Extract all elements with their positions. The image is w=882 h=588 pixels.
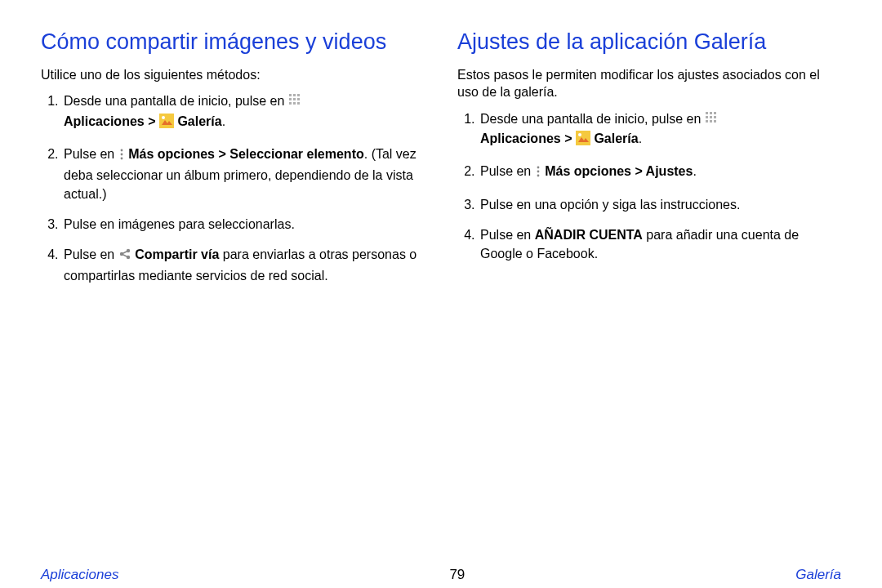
text: Pulse en (64, 247, 118, 261)
page-body: Cómo compartir imágenes y videos Utilice… (0, 0, 882, 555)
svg-rect-23 (706, 116, 708, 118)
text-bold: Compartir vía (135, 247, 219, 261)
svg-rect-26 (706, 120, 708, 122)
svg-point-34 (537, 175, 539, 177)
svg-point-14 (120, 157, 122, 159)
text-bold: Más opciones > Ajustes (545, 164, 693, 178)
text: . (222, 114, 225, 128)
svg-rect-6 (289, 102, 292, 105)
left-step-1: Desde una pantalla de inicio, pulse en A… (62, 91, 425, 132)
text: Pulse en (480, 228, 535, 242)
text-bold: Galería (177, 114, 221, 128)
page-footer: Aplicaciones 79 Galería (0, 562, 882, 588)
text-bold: AÑADIR CUENTA (535, 228, 643, 242)
text-bold: Más opciones > Seleccionar elemento (128, 147, 364, 161)
gallery-icon (576, 131, 590, 150)
svg-rect-27 (710, 120, 712, 122)
svg-rect-7 (293, 102, 296, 105)
svg-rect-2 (297, 94, 300, 96)
page-number: 79 (449, 567, 465, 583)
text: . (693, 164, 696, 178)
svg-rect-9 (159, 114, 174, 128)
left-step-4: Pulse en Compartir vía para enviarlas a … (62, 245, 425, 284)
right-step-4: Pulse en AÑADIR CUENTA para añadir una c… (479, 225, 841, 263)
more-options-icon (118, 147, 125, 166)
footer-left: Aplicaciones (41, 567, 118, 583)
text-bold: Galería (594, 131, 638, 145)
svg-point-13 (120, 153, 122, 155)
svg-point-31 (578, 133, 581, 136)
share-icon (118, 247, 131, 265)
text: Desde una pantalla de inicio, pulse en (64, 94, 288, 108)
heading-share: Cómo compartir imágenes y videos (41, 29, 425, 56)
right-step-3: Pulse en una opción y siga las instrucci… (479, 195, 841, 214)
svg-rect-20 (706, 112, 708, 114)
left-column: Cómo compartir imágenes y videos Utilice… (41, 29, 425, 555)
svg-rect-0 (289, 94, 292, 96)
intro-right: Estos pasos le permiten modificar los aj… (457, 66, 841, 101)
heading-settings: Ajustes de la aplicación Galería (457, 29, 841, 56)
svg-line-18 (122, 251, 128, 254)
right-step-1: Desde una pantalla de inicio, pulse en A… (479, 109, 841, 150)
svg-rect-4 (293, 98, 296, 100)
svg-rect-22 (714, 112, 716, 114)
apps-grid-icon (705, 110, 718, 129)
svg-rect-3 (289, 98, 292, 100)
left-step-2: Pulse en Más opciones > Seleccionar elem… (62, 145, 425, 204)
svg-rect-21 (710, 112, 712, 114)
text: Pulse en (64, 147, 118, 161)
svg-rect-1 (293, 94, 296, 96)
right-step-2: Pulse en Más opciones > Ajustes. (479, 162, 841, 183)
right-column: Ajustes de la aplicación Galería Estos p… (457, 29, 841, 555)
text: Pulse en (480, 164, 535, 178)
intro-left: Utilice uno de los siguientes métodos: (41, 66, 425, 84)
left-step-3: Pulse en imágenes para seleccionarlas. (62, 215, 425, 234)
svg-rect-28 (714, 120, 716, 122)
svg-rect-25 (714, 116, 716, 118)
more-options-icon (535, 164, 541, 183)
footer-right: Galería (795, 567, 841, 583)
svg-line-19 (122, 254, 128, 257)
svg-rect-8 (297, 102, 300, 105)
svg-point-11 (162, 116, 165, 119)
apps-grid-icon (288, 92, 301, 111)
svg-rect-5 (297, 98, 300, 100)
svg-point-33 (537, 171, 539, 173)
svg-rect-24 (710, 116, 712, 118)
svg-rect-29 (576, 131, 590, 145)
gallery-icon (159, 114, 174, 133)
text-bold: Aplicaciones > (64, 114, 159, 128)
svg-point-32 (537, 167, 539, 169)
text: Desde una pantalla de inicio, pulse en (480, 112, 705, 126)
text: . (639, 131, 642, 145)
text-bold: Aplicaciones > (480, 131, 576, 145)
svg-point-12 (120, 149, 122, 151)
